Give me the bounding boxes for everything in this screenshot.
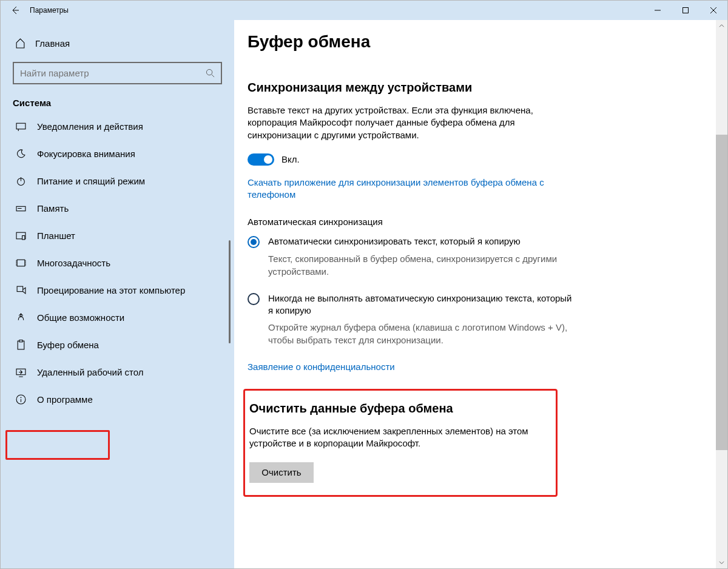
sidebar-item-tablet[interactable]: Планшет — [1, 222, 234, 249]
page-title: Буфер обмена — [248, 32, 727, 52]
download-app-link[interactable]: Скачать приложение для синхронизации эле… — [248, 177, 563, 201]
message-icon — [15, 121, 26, 132]
sidebar: Главная Система Уведомления и действия Ф… — [1, 20, 234, 568]
arrow-left-icon — [10, 5, 20, 15]
tablet-icon — [15, 231, 26, 241]
sidebar-item-remote-desktop[interactable]: Удаленный рабочий стол — [1, 359, 234, 386]
sidebar-item-label: Питание и спящий режим — [37, 176, 145, 186]
content-area: Буфер обмена Синхронизация между устройс… — [234, 20, 727, 568]
radio-icon — [248, 236, 260, 248]
sync-heading: Синхронизация между устройствами — [248, 81, 727, 95]
sidebar-item-label: Фокусировка внимания — [37, 149, 135, 159]
body: Главная Система Уведомления и действия Ф… — [1, 20, 727, 568]
sidebar-item-storage[interactable]: Память — [1, 195, 234, 222]
clear-button[interactable]: Очистить — [249, 462, 314, 483]
radio-label: Никогда не выполнять автоматическую синх… — [268, 292, 575, 317]
sidebar-item-label: Общие возможности — [37, 312, 124, 323]
sidebar-item-projecting[interactable]: Проецирование на этот компьютер — [1, 277, 234, 304]
storage-icon — [15, 203, 26, 214]
toggle-knob — [264, 155, 272, 164]
window-controls — [644, 1, 727, 20]
chevron-down-icon — [719, 560, 724, 565]
clear-description: Очистите все (за исключением закрепленны… — [249, 425, 545, 450]
sync-toggle[interactable] — [248, 153, 274, 166]
home-icon — [15, 38, 25, 49]
close-icon — [710, 7, 716, 13]
content-scrollbar[interactable] — [716, 20, 727, 568]
sidebar-item-label: Буфер обмена — [37, 340, 99, 350]
sidebar-item-shared-experiences[interactable]: Общие возможности — [1, 304, 234, 331]
svg-rect-2 — [16, 123, 25, 129]
radio-option-auto[interactable]: Автоматически синхронизировать текст, ко… — [248, 235, 575, 248]
radio-desc: Текст, скопированный в буфер обмена, син… — [268, 253, 571, 278]
scroll-down-button[interactable] — [716, 557, 727, 568]
home-button[interactable]: Главная — [1, 32, 234, 55]
chevron-up-icon — [719, 23, 724, 29]
sidebar-item-focus-assist[interactable]: Фокусировка внимания — [1, 140, 234, 167]
svg-point-13 — [20, 397, 21, 398]
sidebar-item-label: О программе — [37, 394, 93, 405]
radio-icon — [248, 293, 260, 305]
sidebar-scrollbar-thumb[interactable] — [229, 240, 231, 343]
sidebar-item-label: Память — [37, 203, 69, 214]
clipboard-icon — [15, 340, 26, 350]
radio-option-never[interactable]: Никогда не выполнять автоматическую синх… — [248, 292, 575, 317]
search-wrap — [13, 62, 222, 84]
sidebar-item-clipboard[interactable]: Буфер обмена — [1, 331, 234, 359]
svg-rect-0 — [683, 8, 689, 13]
back-button[interactable] — [1, 1, 30, 20]
sidebar-item-notifications[interactable]: Уведомления и действия — [1, 113, 234, 140]
sidebar-item-label: Уведомления и действия — [37, 121, 143, 132]
scroll-up-button[interactable] — [716, 20, 727, 32]
sidebar-item-label: Многозадачность — [37, 258, 110, 268]
svg-rect-8 — [17, 286, 23, 292]
annotation-highlight-sidebar — [5, 430, 110, 460]
radio-label: Автоматически синхронизировать текст, ко… — [268, 235, 521, 247]
title-bar: Параметры — [1, 1, 727, 20]
radio-desc: Откройте журнал буфера обмена (клавиша с… — [268, 322, 571, 346]
sidebar-item-about[interactable]: О программе — [1, 386, 234, 413]
annotation-highlight-clear-section: Очистить данные буфера обмена Очистите в… — [243, 389, 558, 497]
privacy-link[interactable]: Заявление о конфиденциальности — [248, 361, 563, 373]
auto-sync-heading: Автоматическая синхронизация — [248, 217, 727, 227]
search-input[interactable] — [20, 68, 190, 78]
minimize-button[interactable] — [644, 1, 672, 20]
section-title: Система — [1, 98, 234, 113]
svg-rect-7 — [17, 260, 25, 266]
window-title: Параметры — [30, 6, 69, 15]
svg-rect-10 — [19, 340, 22, 342]
search-box[interactable] — [13, 62, 222, 84]
remote-desktop-icon — [15, 367, 26, 377]
share-icon — [15, 312, 26, 323]
sidebar-item-label: Проецирование на этот компьютер — [37, 285, 185, 295]
timeline-icon — [15, 258, 26, 268]
svg-point-1 — [206, 69, 212, 75]
sidebar-item-label: Удаленный рабочий стол — [37, 367, 143, 377]
maximize-icon — [682, 7, 689, 13]
settings-window: Параметры Главная Система Уведомл — [0, 0, 728, 569]
home-label: Главная — [35, 38, 70, 49]
sidebar-item-label: Планшет — [37, 231, 75, 241]
maximize-button[interactable] — [672, 1, 699, 20]
sidebar-item-multitasking[interactable]: Многозадачность — [1, 249, 234, 277]
search-icon — [206, 69, 215, 78]
sync-description: Вставьте текст на других устройствах. Ес… — [248, 104, 563, 141]
close-button[interactable] — [699, 1, 727, 20]
sidebar-item-power-sleep[interactable]: Питание и спящий режим — [1, 167, 234, 195]
info-icon — [15, 394, 26, 405]
project-icon — [15, 285, 26, 295]
scrollbar-thumb[interactable] — [716, 135, 727, 450]
svg-rect-6 — [22, 236, 24, 240]
clear-heading: Очистить данные буфера обмена — [249, 402, 545, 416]
sync-toggle-label: Вкл. — [281, 154, 300, 164]
moon-icon — [15, 149, 26, 159]
sync-toggle-row: Вкл. — [248, 153, 727, 166]
power-icon — [15, 176, 26, 186]
minimize-icon — [655, 7, 661, 13]
